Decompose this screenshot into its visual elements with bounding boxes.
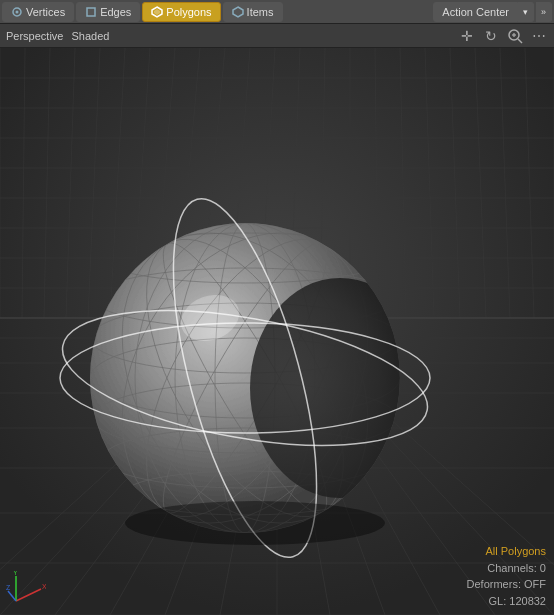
items-icon xyxy=(232,6,244,18)
svg-line-7 xyxy=(518,39,522,43)
edges-button[interactable]: Edges xyxy=(76,2,140,22)
viewport-bar: Perspective Shaded ✛ ↻ ⋯ xyxy=(0,24,554,48)
zoom-icon[interactable] xyxy=(506,27,524,45)
refresh-icon[interactable]: ↻ xyxy=(482,27,500,45)
svg-text:Z: Z xyxy=(6,584,11,591)
action-center-group: Action Center ▾ » xyxy=(433,2,552,22)
polygons-button[interactable]: Polygons xyxy=(142,2,220,22)
polygons-icon xyxy=(151,6,163,18)
svg-point-88 xyxy=(125,501,385,545)
svg-point-1 xyxy=(16,10,19,13)
viewport-icons: ✛ ↻ ⋯ xyxy=(458,27,548,45)
viewport-grid xyxy=(0,48,554,615)
polygons-label: Polygons xyxy=(166,6,211,18)
svg-marker-5 xyxy=(233,7,243,17)
gl-label: GL: 120832 xyxy=(467,593,546,610)
shading-label: Shaded xyxy=(71,30,109,42)
expand-icon: » xyxy=(541,7,546,17)
move-icon[interactable]: ✛ xyxy=(458,27,476,45)
viewport[interactable]: All Polygons Channels: 0 Deformers: OFF … xyxy=(0,48,554,615)
deformers-label: Deformers: OFF xyxy=(467,576,546,593)
svg-text:Y: Y xyxy=(13,571,18,576)
svg-text:X: X xyxy=(42,583,46,590)
vertices-button[interactable]: Vertices xyxy=(2,2,74,22)
svg-marker-4 xyxy=(154,9,160,15)
action-center-label: Action Center xyxy=(442,6,509,18)
action-center-expand[interactable]: » xyxy=(536,2,552,22)
info-overlay: All Polygons Channels: 0 Deformers: OFF … xyxy=(467,543,546,609)
svg-line-89 xyxy=(16,589,41,601)
action-center-button[interactable]: Action Center xyxy=(433,2,518,22)
edges-icon xyxy=(85,6,97,18)
all-polygons-label: All Polygons xyxy=(467,543,546,560)
channels-label: Channels: 0 xyxy=(467,560,546,577)
vertices-label: Vertices xyxy=(26,6,65,18)
items-button[interactable]: Items xyxy=(223,2,283,22)
vertices-icon xyxy=(11,6,23,18)
edges-label: Edges xyxy=(100,6,131,18)
dropdown-arrow-icon: ▾ xyxy=(523,7,528,17)
svg-rect-2 xyxy=(87,8,95,16)
svg-line-93 xyxy=(8,591,16,601)
axes-indicator: X Y Z xyxy=(6,571,46,611)
more-icon[interactable]: ⋯ xyxy=(530,27,548,45)
perspective-label: Perspective xyxy=(6,30,63,42)
action-center-dropdown[interactable]: ▾ xyxy=(518,2,534,22)
items-label: Items xyxy=(247,6,274,18)
toolbar: Vertices Edges Polygons Items Action Cen… xyxy=(0,0,554,24)
